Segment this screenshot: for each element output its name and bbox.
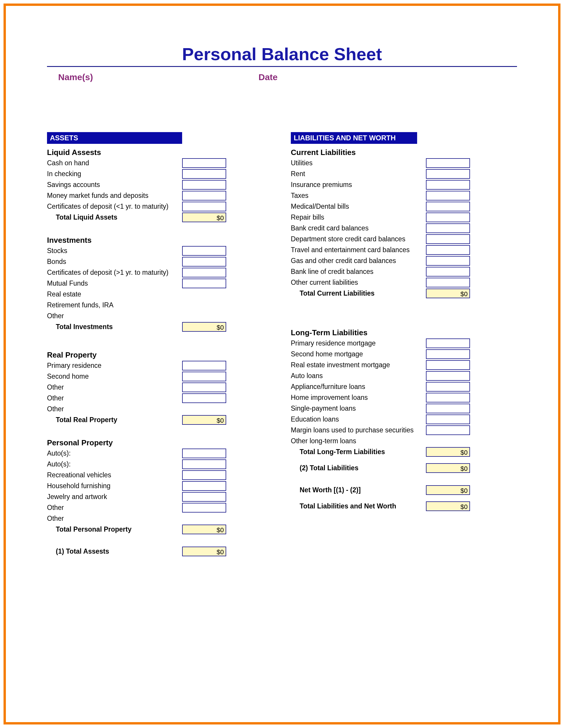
total-value: $0 (182, 213, 226, 222)
total-label: Total Current Liabilities (291, 289, 426, 298)
item-label: Gas and other credit card balances (291, 256, 426, 265)
value-input[interactable] (426, 371, 470, 381)
item-label: Recreational vehicles (47, 471, 182, 480)
total-label: Total Real Property (47, 415, 182, 424)
value-input[interactable] (182, 279, 226, 288)
item-label: Travel and entertainment card balances (291, 245, 426, 255)
total-value: $0 (182, 415, 226, 425)
title-underline (47, 66, 517, 67)
value-input[interactable] (182, 268, 226, 277)
line-item: Margin loans used to purchase securities (291, 425, 502, 436)
value-input[interactable] (182, 503, 226, 513)
item-label: Repair bills (291, 213, 426, 222)
value-input[interactable] (426, 202, 470, 211)
item-label: Bank line of credit balances (291, 267, 426, 276)
line-item: Recreational vehicles (47, 470, 258, 481)
value-input[interactable] (426, 278, 470, 287)
line-item: Household furnishing (47, 481, 258, 491)
value-input[interactable] (182, 158, 226, 168)
total-row: Total Liquid Assets$0 (47, 212, 258, 223)
value-input[interactable] (426, 234, 470, 244)
value-input[interactable] (182, 449, 226, 458)
item-label: Real estate (47, 290, 182, 299)
meta-row: Name(s) Date (47, 72, 517, 82)
value-input[interactable] (426, 349, 470, 359)
value-input[interactable] (182, 361, 226, 370)
value-input[interactable] (426, 158, 470, 168)
value-input[interactable] (182, 257, 226, 267)
grand-total-row: Total Liabilities and Net Worth$0 (291, 501, 502, 512)
value-input[interactable] (426, 191, 470, 200)
item-label: Other (47, 311, 182, 321)
line-item: Jewelry and artwork (47, 491, 258, 502)
value-input[interactable] (426, 245, 470, 255)
value-input[interactable] (182, 481, 226, 491)
value-input[interactable] (182, 382, 226, 392)
value-input[interactable] (426, 223, 470, 233)
line-item: Bank line of credit balances (291, 266, 502, 277)
value-input[interactable] (426, 404, 470, 413)
value-input[interactable] (426, 425, 470, 435)
line-item: Money market funds and deposits (47, 190, 258, 201)
line-item: In checking (47, 168, 258, 179)
real-property-title: Real Property (47, 349, 258, 360)
value-input[interactable] (182, 470, 226, 480)
value-input[interactable] (182, 191, 226, 200)
value-input[interactable] (182, 492, 226, 502)
value-input[interactable] (182, 246, 226, 256)
item-label: Medical/Dental bills (291, 202, 426, 211)
grand-total-row: (1) Total Assests$0 (47, 546, 258, 557)
value-input[interactable] (426, 360, 470, 370)
line-item: Home improvement loans (291, 392, 502, 403)
item-label: Department store credit card balances (291, 235, 426, 244)
line-item: Other (47, 311, 258, 321)
liabilities-bar: LIABILITIES AND NET WORTH (291, 132, 417, 144)
item-label: Certificates of deposit (<1 yr. to matur… (47, 202, 182, 211)
line-item: Cash on hand (47, 158, 258, 168)
long-term-liabilities-title: Long-Term Liabilities (291, 326, 502, 338)
grand-total-label: Total Liabilities and Net Worth (291, 502, 426, 511)
item-label: Other (47, 383, 182, 392)
line-item: Rent (291, 168, 502, 179)
value-input[interactable] (426, 393, 470, 402)
value-input[interactable] (182, 202, 226, 211)
value-input[interactable] (426, 213, 470, 222)
line-item: Travel and entertainment card balances (291, 245, 502, 255)
item-label: Auto(s): (47, 449, 182, 458)
line-item: Gas and other credit card balances (291, 255, 502, 266)
value-input[interactable] (426, 256, 470, 266)
value-input[interactable] (182, 372, 226, 381)
current-liabilities-title: Current Liabilities (291, 146, 502, 158)
columns: ASSETS Liquid Assests Cash on hand In ch… (47, 132, 517, 557)
item-label: Education loans (291, 415, 426, 424)
item-label: Other current liabilities (291, 278, 426, 287)
value-input[interactable] (182, 393, 226, 403)
total-row: Total Investments$0 (47, 321, 258, 332)
line-item: Primary residence (47, 360, 258, 371)
value-input[interactable] (182, 169, 226, 179)
value-input[interactable] (426, 169, 470, 179)
total-label: Total Personal Property (47, 525, 182, 534)
personal-property-title: Personal Property (47, 437, 258, 448)
value-input[interactable] (426, 382, 470, 392)
item-label: Rent (291, 169, 426, 178)
value-input[interactable] (182, 459, 226, 469)
line-item: Certificates of deposit (>1 yr. to matur… (47, 267, 258, 278)
value-input[interactable] (426, 267, 470, 277)
page-title: Personal Balance Sheet (47, 44, 517, 66)
value-input[interactable] (426, 414, 470, 424)
item-label: Cash on hand (47, 159, 182, 168)
item-label: Other (47, 405, 182, 414)
net-worth-row: Net Worth [(1) - (2)]$0 (291, 485, 502, 496)
value-input[interactable] (182, 180, 226, 190)
item-label: Utilities (291, 159, 426, 168)
item-label: Stocks (47, 246, 182, 255)
item-label: Appliance/furniture loans (291, 382, 426, 391)
value-input[interactable] (426, 180, 470, 190)
line-item: Other (47, 502, 258, 513)
names-label: Name(s) (47, 72, 258, 82)
item-label: Certificates of deposit (>1 yr. to matur… (47, 268, 182, 277)
value-input[interactable] (426, 338, 470, 348)
total-value: $0 (426, 447, 470, 457)
grand-total-value: $0 (182, 547, 226, 556)
